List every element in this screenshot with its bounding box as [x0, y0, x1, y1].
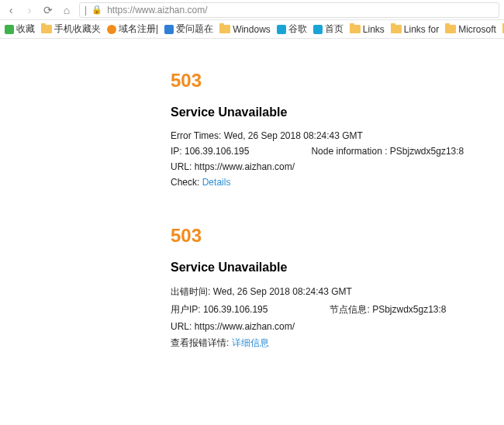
error-ip: IP: 106.39.106.195 — [171, 146, 249, 157]
error-block-zh: 503 Service Unavailable 出错时间: Wed, 26 Se… — [171, 225, 504, 350]
folder-icon — [41, 25, 52, 33]
details-link[interactable]: 详细信息 — [232, 337, 269, 348]
ip-label: IP: — [171, 146, 182, 157]
folder-icon — [219, 25, 230, 33]
url-value: https://www.aizhan.com/ — [195, 321, 295, 332]
error-heading: Service Unavailable — [171, 105, 504, 119]
globe-icon — [107, 25, 116, 34]
error-url-row: URL: https://www.aizhan.com/ — [171, 321, 504, 332]
forward-button[interactable]: › — [23, 4, 36, 16]
bookmark-item[interactable]: Windows — [219, 24, 271, 35]
reload-button[interactable]: ⟳ — [42, 4, 54, 16]
error-check-row: Check: Details — [171, 177, 504, 188]
error-time-label: Error Times: — [171, 130, 221, 141]
page-content: 503 Service Unavailable Error Times: Wed… — [0, 39, 504, 350]
node-value: PSbjzwdx5gz13:8 — [372, 304, 446, 315]
bookmark-label: 域名注册| — [119, 22, 158, 36]
error-ip-node-row: IP: 106.39.106.195 Node information : PS… — [171, 146, 504, 157]
bookmark-item[interactable]: Links for — [391, 24, 439, 35]
error-time-value: Wed, 26 Sep 2018 08:24:43 GMT — [213, 286, 352, 297]
site-icon — [164, 25, 174, 34]
check-label: Check: — [171, 177, 199, 188]
bookmark-label: 收藏 — [16, 22, 35, 36]
ip-value: 106.39.106.195 — [203, 304, 268, 315]
node-value: PSbjzwdx5gz13:8 — [390, 146, 464, 157]
bookmark-item[interactable]: 收藏 — [5, 22, 35, 36]
address-bar[interactable]: | 🔒 https://www.aizhan.com/ — [79, 2, 499, 18]
error-code: 503 — [171, 70, 504, 92]
url-separator-icon: | — [85, 5, 87, 16]
url-label: URL: — [171, 161, 192, 172]
node-label: 节点信息: — [330, 304, 369, 315]
folder-icon — [445, 25, 456, 33]
url-text: https://www.aizhan.com/ — [107, 5, 207, 16]
bookmark-label: Links — [363, 24, 385, 35]
check-label: 查看报错详情: — [171, 337, 229, 348]
home-button[interactable]: ⌂ — [60, 4, 73, 16]
browser-toolbar: ‹ › ⟳ ⌂ | 🔒 https://www.aizhan.com/ — [0, 0, 504, 20]
node-label: Node information : — [311, 146, 387, 157]
site-icon — [277, 25, 286, 34]
details-link[interactable]: Details — [202, 177, 231, 188]
back-button[interactable]: ‹ — [5, 4, 17, 16]
error-ip-node-row: 用户IP: 106.39.106.195 节点信息: PSbjzwdx5gz13… — [171, 303, 504, 316]
bookmark-label: 谷歌 — [288, 22, 307, 36]
error-time-row: Error Times: Wed, 26 Sep 2018 08:24:43 G… — [171, 130, 504, 141]
site-icon — [313, 25, 323, 34]
ip-value: 106.39.106.195 — [185, 146, 249, 157]
lock-icon: 🔒 — [91, 5, 102, 15]
error-node: 节点信息: PSbjzwdx5gz13:8 — [330, 303, 446, 316]
error-url-row: URL: https://www.aizhan.com/ — [171, 161, 504, 172]
bookmark-item[interactable]: Links — [350, 24, 385, 35]
folder-icon — [391, 25, 402, 33]
bookmark-label: Microsoft — [458, 24, 496, 35]
ip-label: 用户IP: — [171, 304, 201, 315]
bookmark-item[interactable]: Microsoft — [445, 24, 496, 35]
bookmark-label: Links for — [404, 24, 439, 35]
error-block-en: 503 Service Unavailable Error Times: Wed… — [171, 70, 504, 188]
bookmark-item[interactable]: 爱问题在 — [164, 22, 213, 36]
error-node: Node information : PSbjzwdx5gz13:8 — [311, 146, 464, 157]
bookmark-item[interactable]: 域名注册| — [107, 22, 158, 36]
bookmark-item[interactable]: 首页 — [313, 22, 343, 36]
error-time-value: Wed, 26 Sep 2018 08:24:43 GMT — [224, 130, 363, 141]
bookmarks-bar: 收藏 手机收藏夹 域名注册| 爱问题在 Windows 谷歌 首页 Links … — [0, 20, 504, 39]
error-time-label: 出错时间: — [171, 286, 210, 297]
error-code: 503 — [171, 225, 504, 247]
error-heading: Service Unavailable — [171, 261, 504, 275]
url-value: https://www.aizhan.com/ — [195, 161, 295, 172]
folder-icon — [350, 25, 361, 33]
error-time-row: 出错时间: Wed, 26 Sep 2018 08:24:43 GMT — [171, 285, 504, 299]
bookmark-label: 首页 — [325, 22, 343, 36]
url-label: URL: — [171, 321, 192, 332]
error-check-row: 查看报错详情: 详细信息 — [171, 337, 504, 350]
bookmark-item[interactable]: 手机收藏夹 — [41, 22, 101, 36]
star-icon — [5, 25, 14, 34]
bookmark-label: Windows — [233, 24, 271, 35]
error-ip: 用户IP: 106.39.106.195 — [171, 303, 268, 316]
bookmark-label: 爱问题在 — [176, 22, 213, 36]
bookmark-item[interactable]: 谷歌 — [277, 22, 307, 36]
bookmark-label: 手机收藏夹 — [54, 22, 101, 36]
